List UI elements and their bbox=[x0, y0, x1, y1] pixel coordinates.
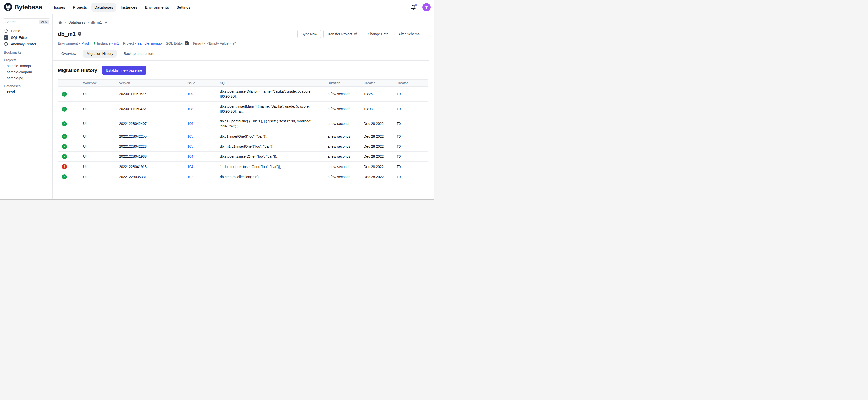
cell-duration: a few seconds bbox=[328, 131, 364, 141]
shield-alert-icon bbox=[4, 42, 8, 47]
cell-version: 20221228042255 bbox=[119, 131, 187, 141]
cell-created: 13:26 bbox=[364, 87, 397, 101]
breadcrumb-separator: › bbox=[65, 21, 66, 25]
meta-project: Project - sample_mongo bbox=[123, 41, 162, 45]
transfer-project-button[interactable]: Transfer Project ⇄ bbox=[323, 30, 361, 38]
issue-link[interactable]: 104 bbox=[187, 165, 193, 169]
cell-created: Dec 28 2022 bbox=[364, 151, 397, 161]
tab-backup-and-restore[interactable]: Backup and restore bbox=[120, 50, 158, 58]
cell-sql: db.createCollection("c1"); bbox=[220, 172, 328, 182]
edit-pencil-icon[interactable] bbox=[232, 41, 236, 45]
terminal-icon: >_ bbox=[4, 35, 8, 40]
cell-creator: T0 bbox=[397, 116, 428, 131]
issue-link[interactable]: 102 bbox=[187, 175, 193, 179]
issue-link[interactable]: 106 bbox=[187, 122, 193, 126]
cell-version: 20221228041938 bbox=[119, 151, 187, 161]
avatar[interactable]: T bbox=[423, 3, 431, 11]
status-icon bbox=[62, 106, 67, 112]
nav-item-issues[interactable]: Issues bbox=[51, 3, 68, 11]
table-row[interactable]: UI 20230111050423 108 db.student.insertM… bbox=[58, 101, 428, 116]
cell-creator: T0 bbox=[397, 101, 428, 116]
breadcrumb: › Databases › db_m1 ★ bbox=[58, 20, 424, 25]
sidebar-database-prod[interactable]: Prod bbox=[0, 89, 52, 95]
breadcrumb-db-m1[interactable]: db_m1 bbox=[91, 21, 102, 25]
nav-item-projects[interactable]: Projects bbox=[70, 3, 90, 11]
shield-icon bbox=[78, 32, 82, 36]
section-title: Migration History bbox=[58, 67, 97, 73]
bookmark-star-icon[interactable]: ★ bbox=[104, 21, 107, 25]
project-link[interactable]: sample_mongo bbox=[138, 41, 162, 45]
sidebar-item-sql-editor[interactable]: >_ SQL Editor bbox=[0, 34, 52, 41]
cell-workflow: UI bbox=[83, 131, 119, 141]
search-placeholder: Search bbox=[5, 20, 39, 24]
search-input[interactable]: Search ⌘ K bbox=[2, 19, 50, 25]
cell-created: Dec 28 2022 bbox=[364, 116, 397, 131]
issue-link[interactable]: 105 bbox=[187, 134, 193, 138]
cell-creator: T0 bbox=[397, 141, 428, 151]
tab-migration-history[interactable]: Migration History bbox=[83, 50, 117, 58]
issue-link[interactable]: 104 bbox=[187, 154, 193, 158]
cell-version: 20230111050423 bbox=[119, 101, 187, 116]
sidebar-item-home[interactable]: Home bbox=[0, 28, 52, 34]
table-row[interactable]: UI 20221228042223 105 db_m1.c1.insertOne… bbox=[58, 141, 428, 151]
notification-bell-icon[interactable] bbox=[410, 4, 416, 10]
issue-link[interactable]: 108 bbox=[187, 107, 193, 111]
cell-creator: T0 bbox=[397, 131, 428, 141]
establish-new-baseline-button[interactable]: Establish new baseline bbox=[102, 66, 146, 75]
col-duration: Duration bbox=[328, 80, 364, 87]
sync-now-button[interactable]: Sync Now bbox=[298, 30, 321, 38]
section-header: Migration History Establish new baseline bbox=[58, 66, 424, 75]
nav-item-databases[interactable]: Databases bbox=[91, 3, 116, 11]
breadcrumb-home-icon[interactable] bbox=[58, 20, 62, 25]
table-row[interactable]: UI 20221228042255 105 db.c1.insertOne({"… bbox=[58, 131, 428, 141]
page-title: db_m1 bbox=[58, 31, 75, 37]
nav-item-environments[interactable]: Environments bbox=[142, 3, 172, 11]
scrollbar-gutter[interactable] bbox=[429, 14, 434, 199]
bytebase-logo-icon bbox=[4, 2, 12, 12]
cell-sql: db.student.insertMany([ { name: "Jacika"… bbox=[220, 101, 328, 116]
sidebar-section-bookmarks: Bookmarks bbox=[0, 48, 52, 55]
status-icon bbox=[62, 134, 67, 139]
cell-workflow: UI bbox=[83, 87, 119, 101]
nav-right: T bbox=[410, 3, 431, 11]
sidebar-project-sample-pg[interactable]: sample-pg bbox=[0, 75, 52, 81]
cell-duration: a few seconds bbox=[328, 172, 364, 182]
col-version: Version bbox=[119, 80, 187, 87]
sidebar-project-sample-mongo[interactable]: sample_mongo bbox=[0, 63, 52, 69]
meta-sql-editor[interactable]: SQL Editor >_ bbox=[166, 41, 189, 45]
cell-workflow: UI bbox=[83, 151, 119, 161]
brand-name: Bytebase bbox=[14, 3, 42, 11]
status-icon bbox=[62, 144, 67, 149]
main-menu: Issues Projects Databases Instances Envi… bbox=[51, 3, 193, 11]
table-row[interactable]: UI 20221228035331 102 db.createCollectio… bbox=[58, 172, 428, 182]
alter-schema-button[interactable]: Alter Schema bbox=[395, 30, 424, 38]
page-header: db_m1 Sync Now Transfer Project ⇄ bbox=[58, 28, 424, 39]
nav-item-instances[interactable]: Instances bbox=[118, 3, 140, 11]
table-row[interactable]: UI 20221228041913 104 1. db.students.ins… bbox=[58, 161, 428, 172]
sidebar-project-sample-diagram[interactable]: sample-diagram bbox=[0, 69, 52, 75]
cell-sql: db_m1.c1.insertOne({"foo": "bar"}); bbox=[220, 141, 328, 151]
table-row[interactable]: UI 20221228041938 104 db.students.insert… bbox=[58, 151, 428, 161]
transfer-arrows-icon: ⇄ bbox=[354, 32, 358, 36]
tab-overview[interactable]: Overview bbox=[58, 50, 80, 58]
database-meta-row: Environment - Prod Instance - m1 Project… bbox=[58, 40, 424, 46]
cell-version: 20221228041913 bbox=[119, 161, 187, 172]
environment-link[interactable]: Prod bbox=[81, 41, 89, 45]
change-data-button[interactable]: Change Data bbox=[364, 30, 392, 38]
cell-version: 20221228042223 bbox=[119, 141, 187, 151]
table-header-row: Workflow Version Issue SQL Duration Crea… bbox=[58, 80, 428, 87]
cell-created: Dec 28 2022 bbox=[364, 172, 397, 182]
table-row[interactable]: UI 20221228042407 106 db.c1.updateOne( {… bbox=[58, 116, 428, 131]
cell-workflow: UI bbox=[83, 116, 119, 131]
instance-link[interactable]: m1 bbox=[114, 41, 119, 45]
cell-created: 13:08 bbox=[364, 101, 397, 116]
bytebase-logo[interactable]: Bytebase bbox=[4, 2, 42, 12]
migration-history-table: Workflow Version Issue SQL Duration Crea… bbox=[58, 79, 428, 182]
breadcrumb-databases[interactable]: Databases bbox=[68, 21, 85, 25]
table-row[interactable]: UI 20230111052527 109 db.students.insert… bbox=[58, 87, 428, 101]
cell-created: Dec 28 2022 bbox=[364, 141, 397, 151]
sidebar-item-anomaly-center[interactable]: Anomaly Center bbox=[0, 41, 52, 48]
nav-item-settings[interactable]: Settings bbox=[173, 3, 193, 11]
issue-link[interactable]: 105 bbox=[187, 144, 193, 148]
issue-link[interactable]: 109 bbox=[187, 92, 193, 96]
